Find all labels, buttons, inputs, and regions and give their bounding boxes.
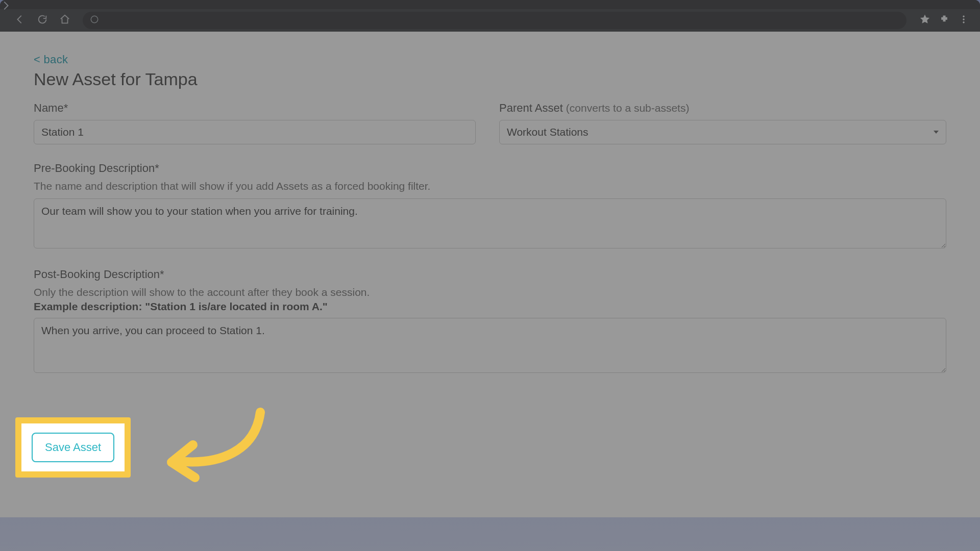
home-icon[interactable] bbox=[59, 14, 70, 27]
pre-textarea[interactable] bbox=[34, 198, 946, 248]
pre-sub: The name and description that will show … bbox=[34, 180, 946, 192]
svg-point-2 bbox=[963, 19, 965, 20]
bookmark-star-icon[interactable] bbox=[920, 14, 930, 27]
post-sub: Only the description will show to the ac… bbox=[34, 286, 946, 298]
chevron-down-icon bbox=[934, 131, 939, 134]
save-asset-button[interactable]: Save Asset bbox=[32, 433, 114, 462]
name-label: Name* bbox=[34, 102, 476, 115]
page-viewport: < back New Asset for Tampa Name* Parent … bbox=[0, 32, 980, 517]
parent-hint: (converts to a sub-assets) bbox=[566, 102, 690, 114]
reload-icon[interactable] bbox=[37, 14, 48, 27]
parent-select-value: Workout Stations bbox=[507, 126, 589, 138]
browser-chrome bbox=[0, 0, 980, 32]
page-title: New Asset for Tampa bbox=[34, 69, 946, 89]
post-example: Example description: "Station 1 is/are l… bbox=[34, 300, 946, 313]
back-icon[interactable] bbox=[14, 14, 26, 27]
extensions-icon[interactable] bbox=[939, 14, 949, 27]
menu-dots-icon[interactable] bbox=[959, 14, 969, 27]
svg-point-1 bbox=[963, 16, 965, 17]
parent-select[interactable]: Workout Stations bbox=[499, 120, 946, 144]
post-label: Post-Booking Description* bbox=[34, 268, 946, 281]
save-highlight: Save Asset bbox=[15, 417, 131, 478]
browser-toolbar bbox=[0, 9, 980, 32]
pre-label: Pre-Booking Description* bbox=[34, 162, 946, 175]
parent-label: Parent Asset (converts to a sub-assets) bbox=[499, 102, 946, 115]
svg-point-3 bbox=[963, 22, 965, 23]
svg-point-0 bbox=[91, 16, 98, 23]
tab-strip bbox=[0, 0, 980, 9]
name-input[interactable] bbox=[34, 120, 476, 144]
site-info-icon[interactable] bbox=[90, 15, 99, 26]
post-textarea[interactable] bbox=[34, 318, 946, 373]
back-link[interactable]: < back bbox=[34, 53, 68, 66]
url-bar[interactable] bbox=[83, 12, 906, 29]
